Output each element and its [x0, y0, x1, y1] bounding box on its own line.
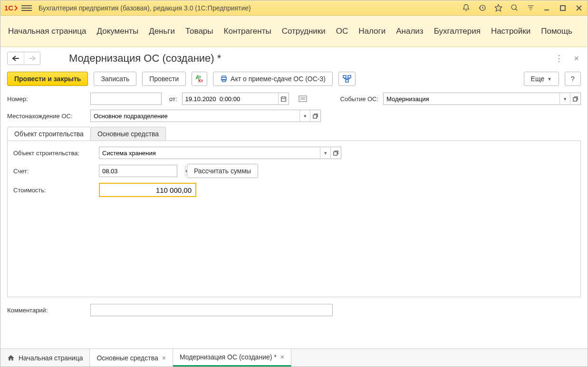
titlebar: 1C Бухгалтерия предприятия (базовая), ре…	[0, 0, 588, 16]
history-icon[interactable]	[477, 3, 487, 13]
nav-back-button[interactable]	[8, 52, 24, 65]
comment-input[interactable]	[90, 304, 333, 316]
menu-item-goods[interactable]: Товары	[185, 27, 213, 36]
open-icon[interactable]	[570, 93, 580, 104]
close-page-icon[interactable]: ×	[572, 54, 581, 64]
date-input[interactable]	[182, 93, 289, 105]
svg-rect-16	[348, 75, 351, 78]
open-icon[interactable]	[330, 147, 341, 159]
window-tab-current[interactable]: Модернизация ОС (создание) * ×	[173, 349, 291, 367]
search-icon[interactable]	[510, 3, 519, 13]
calculate-button[interactable]: Рассчитать суммы	[187, 164, 258, 178]
svg-point-3	[511, 5, 516, 9]
chevron-down-icon[interactable]: ▾	[320, 147, 330, 159]
account-label: Счет:	[13, 168, 94, 175]
svg-line-4	[515, 9, 517, 11]
menu-item-employees[interactable]: Сотрудники	[282, 27, 326, 36]
cost-input[interactable]	[99, 183, 196, 197]
menu-item-help[interactable]: Помощь	[541, 27, 572, 36]
svg-rect-17	[346, 80, 348, 82]
menu-item-taxes[interactable]: Налоги	[358, 27, 386, 36]
bell-icon[interactable]	[461, 3, 471, 13]
post-and-close-button[interactable]: Провести и закрыть	[7, 72, 88, 86]
save-button[interactable]: Записать	[94, 72, 136, 86]
object-field[interactable]	[99, 147, 320, 159]
svg-rect-15	[343, 75, 346, 78]
object-combo[interactable]: ▾	[99, 147, 341, 159]
content-area: Модернизация ОС (создание) * ⋮ × Провест…	[0, 47, 588, 348]
svg-rect-25	[573, 97, 577, 101]
number-input[interactable]	[90, 93, 162, 105]
comment-label: Комментарий:	[7, 307, 86, 314]
account-field[interactable]	[99, 165, 185, 177]
event-field[interactable]	[384, 93, 559, 104]
menu-item-money[interactable]: Деньги	[149, 27, 175, 36]
more-button[interactable]: Еще ▼	[524, 72, 559, 86]
chevron-down-icon[interactable]: ▾	[299, 110, 310, 122]
kebab-icon[interactable]: ⋮	[553, 53, 565, 64]
structure-button[interactable]	[338, 72, 356, 86]
print-act-button[interactable]: Акт о приеме-сдаче ОС (ОС-3)	[213, 72, 333, 86]
home-icon	[7, 354, 15, 362]
menu-item-assets[interactable]: ОС	[336, 27, 348, 36]
window-title: Бухгалтерия предприятия (базовая), редак…	[39, 4, 461, 12]
cost-label: Стоимость:	[13, 187, 94, 194]
svg-rect-9	[560, 6, 565, 10]
svg-rect-22	[299, 96, 307, 102]
hamburger-icon[interactable]	[21, 3, 32, 13]
help-button[interactable]: ?	[565, 72, 581, 86]
svg-rect-27	[334, 151, 337, 155]
account-combo[interactable]: ▾	[99, 165, 177, 177]
star-icon[interactable]	[493, 3, 503, 13]
tab-construction-object[interactable]: Объект строительства	[7, 127, 91, 141]
minimize-icon[interactable]	[542, 3, 551, 13]
maximize-icon[interactable]	[558, 3, 568, 13]
menu-item-documents[interactable]: Документы	[97, 27, 139, 36]
nav-forward-button[interactable]	[24, 52, 40, 65]
menu-item-counterparties[interactable]: Контрагенты	[224, 27, 271, 36]
svg-rect-18	[281, 97, 286, 101]
app-logo: 1C	[4, 4, 18, 12]
chevron-down-icon: ▼	[547, 76, 552, 82]
menu-item-accounting[interactable]: Бухгалтерия	[434, 27, 481, 36]
nav-buttons	[7, 52, 40, 65]
window-tab-assets[interactable]: Основные средства ×	[90, 349, 173, 367]
location-combo[interactable]: ▾	[90, 110, 321, 122]
event-combo[interactable]: ▾	[383, 93, 581, 105]
dtkt-icon: Дт Кт	[196, 75, 203, 83]
location-label: Местонахождение ОС:	[7, 113, 86, 120]
main-menu: Начальная страница Документы Деньги Това…	[0, 16, 588, 47]
date-field[interactable]	[183, 93, 278, 104]
from-label: от:	[169, 95, 177, 103]
dtkt-button[interactable]: Дт Кт	[192, 72, 207, 86]
window-tabs: Начальная страница Основные средства × М…	[0, 348, 588, 367]
printer-icon	[220, 75, 228, 83]
menu-item-settings[interactable]: Настройки	[491, 27, 530, 36]
close-tab-icon[interactable]: ×	[162, 354, 166, 362]
location-field[interactable]	[91, 110, 299, 122]
filter-icon[interactable]	[526, 3, 535, 13]
toolbar: Провести и закрыть Записать Провести Дт …	[7, 72, 581, 86]
event-label: Событие ОС:	[340, 95, 379, 103]
object-label: Объект строительства:	[13, 150, 94, 157]
open-icon[interactable]	[310, 110, 320, 122]
post-button[interactable]: Провести	[142, 72, 186, 86]
menu-item-analysis[interactable]: Анализ	[396, 27, 423, 36]
chevron-down-icon[interactable]: ▾	[559, 93, 570, 104]
more-label: Еще	[531, 75, 545, 83]
window-tab-home[interactable]: Начальная страница	[0, 349, 90, 367]
page-title: Модернизация ОС (создание) *	[69, 52, 221, 65]
svg-text:1C: 1C	[4, 4, 13, 12]
menu-item-home[interactable]: Начальная страница	[8, 27, 87, 36]
structure-icon	[343, 75, 351, 83]
list-icon[interactable]	[299, 95, 307, 102]
tab-fixed-assets[interactable]: Основные средства	[90, 127, 166, 141]
window-tab-home-label: Начальная страница	[19, 354, 83, 362]
print-act-label: Акт о приеме-сдаче ОС (ОС-3)	[231, 75, 326, 83]
window-tab-current-label: Модернизация ОС (создание) *	[180, 353, 277, 361]
close-tab-icon[interactable]: ×	[280, 353, 284, 361]
svg-marker-2	[495, 4, 501, 11]
svg-rect-26	[313, 114, 317, 118]
calendar-icon[interactable]	[278, 93, 289, 104]
close-window-icon[interactable]	[574, 3, 584, 13]
